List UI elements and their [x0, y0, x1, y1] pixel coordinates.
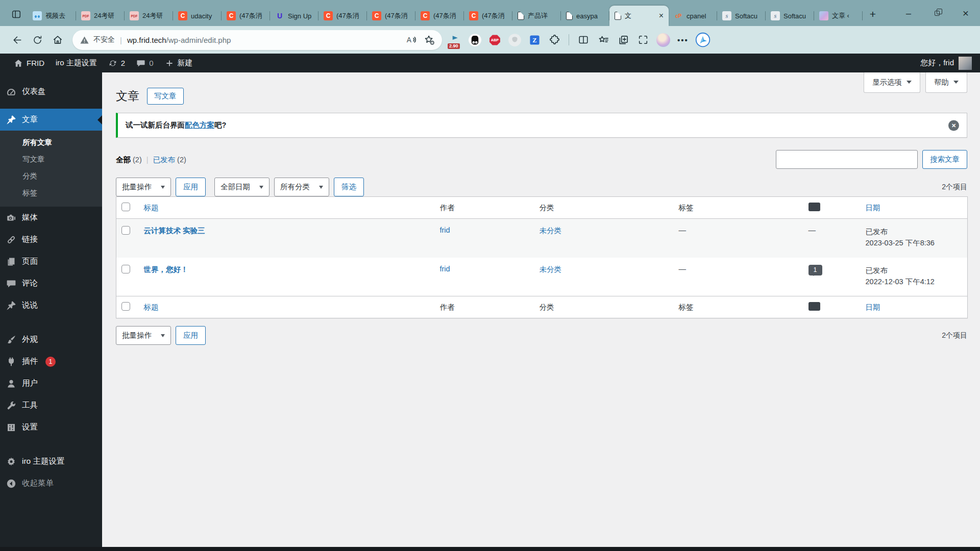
- color-scheme-link[interactable]: 配色方案: [185, 121, 214, 129]
- sidebar-item-links[interactable]: 链接: [0, 229, 102, 251]
- category-link[interactable]: 未分类: [540, 265, 562, 273]
- adminbar-updates[interactable]: 2: [103, 54, 131, 72]
- row-checkbox[interactable]: [121, 226, 130, 235]
- screen-options-button[interactable]: 显示选项: [864, 72, 920, 93]
- tab-actions-button[interactable]: [7, 6, 26, 23]
- sidebar-item-all-posts[interactable]: 所有文章: [0, 134, 102, 151]
- filter-button[interactable]: 筛选: [334, 178, 364, 196]
- split-screen-button[interactable]: [576, 32, 591, 47]
- new-tab-button[interactable]: +: [865, 6, 881, 22]
- author-link[interactable]: frid: [440, 265, 450, 273]
- apply-button[interactable]: 应用: [176, 178, 206, 196]
- sidebar-item-pages[interactable]: 页面: [0, 251, 102, 272]
- sort-date-header[interactable]: 日期: [866, 303, 880, 311]
- browser-tab-14[interactable]: cPcpanel: [669, 6, 717, 26]
- select-all-checkbox[interactable]: [121, 302, 130, 311]
- favorite-this-page-button[interactable]: [422, 32, 437, 47]
- sidebar-item-categories[interactable]: 分类: [0, 168, 102, 185]
- browser-tab-2[interactable]: PDF24考研: [76, 6, 125, 26]
- browser-tab-8[interactable]: C(47条消: [367, 6, 415, 26]
- browser-tab-4[interactable]: Cudacity: [173, 6, 222, 26]
- settings-menu-button[interactable]: •••: [675, 32, 691, 47]
- horizontal-scrollbar[interactable]: [0, 547, 980, 551]
- comment-count-badge[interactable]: 1: [808, 265, 822, 276]
- adminbar-theme-settings[interactable]: iro 主题设置: [50, 54, 103, 72]
- row-checkbox[interactable]: [121, 265, 130, 273]
- bulk-actions-select[interactable]: 批量操作: [116, 326, 171, 345]
- select-all-checkbox[interactable]: [121, 203, 130, 211]
- sort-title-header[interactable]: 标题: [144, 303, 159, 311]
- category-filter-select[interactable]: 所有分类: [274, 178, 329, 196]
- post-title-link[interactable]: 世界，您好！: [144, 265, 188, 273]
- gray-circle-extension-button[interactable]: [507, 32, 522, 47]
- sidebar-item-media[interactable]: 媒体: [0, 207, 102, 229]
- sidebar-item-posts[interactable]: 文章: [0, 109, 102, 131]
- sidebar-item-tools[interactable]: 工具: [0, 394, 102, 416]
- adminbar-site-menu[interactable]: FRID: [8, 54, 50, 72]
- sidebar-item-appearance[interactable]: 外观: [0, 329, 102, 350]
- bulk-actions-select[interactable]: 批量操作: [116, 178, 171, 196]
- restore-button[interactable]: [923, 0, 951, 26]
- sidebar-item-shuoshuo[interactable]: 说说: [0, 294, 102, 316]
- browser-tab-15[interactable]: sSoftacu: [717, 6, 766, 26]
- address-bar[interactable]: 不安全 | wp.frid.tech/wp-admin/edit.php A: [72, 30, 442, 50]
- help-button[interactable]: 帮助: [925, 72, 967, 93]
- sidebar-item-collapse[interactable]: 收起菜单: [0, 472, 102, 494]
- refresh-button[interactable]: [28, 31, 47, 49]
- back-button[interactable]: [7, 31, 27, 49]
- post-title-link[interactable]: 云计算技术 实验三: [144, 227, 205, 235]
- adblock-plus-extension-button[interactable]: ABP: [487, 32, 502, 47]
- sidebar-item-new-post[interactable]: 写文章: [0, 151, 102, 168]
- adminbar-new-menu[interactable]: 新建: [159, 54, 199, 72]
- profile-button[interactable]: [655, 32, 671, 47]
- browser-tab-1[interactable]: 视频去: [28, 6, 76, 26]
- read-aloud-button[interactable]: A: [403, 32, 419, 47]
- view-published-link[interactable]: 已发布 (2): [153, 156, 186, 164]
- copilot-button[interactable]: [695, 32, 710, 47]
- category-link[interactable]: 未分类: [540, 227, 562, 235]
- notice-dismiss-button[interactable]: ✕: [948, 120, 959, 131]
- browser-tab-10[interactable]: C(47条消: [464, 6, 512, 26]
- comments-header-icon[interactable]: [808, 203, 820, 211]
- browser-tab-9[interactable]: C(47条消: [415, 6, 464, 26]
- home-button[interactable]: [48, 31, 67, 49]
- comments-header-icon[interactable]: [808, 302, 820, 311]
- sidebar-item-users[interactable]: 用户: [0, 372, 102, 394]
- sort-date-header[interactable]: 日期: [866, 204, 880, 212]
- favorites-button[interactable]: [596, 32, 611, 47]
- sidebar-item-comments[interactable]: 评论: [0, 272, 102, 294]
- z-extension-button[interactable]: Z: [527, 32, 542, 47]
- browser-tab-5[interactable]: C(47条消: [222, 6, 270, 26]
- sort-title-header[interactable]: 标题: [144, 204, 159, 212]
- sidebar-item-settings[interactable]: 设置: [0, 416, 102, 438]
- browser-tab-16[interactable]: sSoftacu: [766, 6, 814, 26]
- add-new-post-button[interactable]: 写文章: [147, 88, 184, 105]
- browser-tab-13[interactable]: 文×: [609, 6, 669, 26]
- sidebar-item-plugins[interactable]: 插件1: [0, 350, 102, 372]
- close-window-button[interactable]: ×: [951, 0, 980, 26]
- browser-tab-3[interactable]: PDF24考研: [125, 6, 173, 26]
- browser-tab-6[interactable]: USign Up: [270, 6, 318, 26]
- sidebar-item-tags[interactable]: 标签: [0, 185, 102, 202]
- browser-tab-17[interactable]: 文章 ‹: [814, 6, 863, 26]
- search-input[interactable]: [776, 150, 918, 169]
- adminbar-account-menu[interactable]: 您好，frid: [920, 57, 972, 70]
- extensions-menu-button[interactable]: [547, 32, 562, 47]
- collections-button[interactable]: [616, 32, 631, 47]
- sidebar-item-dashboard[interactable]: 仪表盘: [0, 81, 102, 103]
- tab-close-icon[interactable]: ×: [657, 11, 666, 20]
- browser-tab-11[interactable]: 产品详: [512, 6, 561, 26]
- adminbar-comments[interactable]: 0: [131, 54, 159, 72]
- web-capture-button[interactable]: [635, 32, 651, 47]
- sidebar-item-iro-theme[interactable]: iro 主题设置: [0, 450, 102, 472]
- minimize-button[interactable]: –: [894, 0, 923, 26]
- view-all-link[interactable]: 全部 (2): [116, 156, 142, 164]
- date-filter-select[interactable]: 全部日期: [214, 178, 270, 196]
- apply-button[interactable]: 应用: [176, 326, 206, 345]
- search-posts-button[interactable]: 搜索文章: [922, 150, 967, 169]
- flag-extension-button[interactable]: 2.90: [447, 32, 462, 47]
- dark-reader-extension-button[interactable]: [467, 32, 482, 47]
- author-link[interactable]: frid: [440, 226, 450, 234]
- browser-tab-12[interactable]: easypa: [561, 6, 609, 26]
- browser-tab-7[interactable]: C(47条消: [318, 6, 367, 26]
